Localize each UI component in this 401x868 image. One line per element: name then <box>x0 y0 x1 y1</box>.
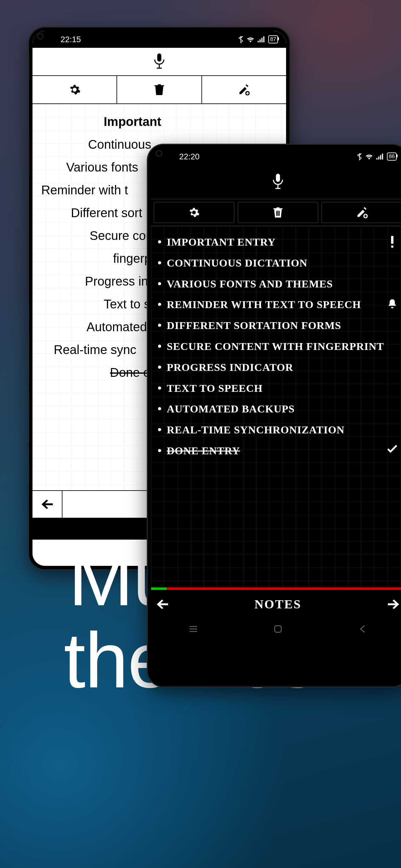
gear-icon <box>188 207 200 218</box>
home-icon[interactable] <box>273 624 283 634</box>
svg-rect-30 <box>275 626 281 632</box>
svg-rect-17 <box>382 153 383 159</box>
progress-done <box>151 587 166 590</box>
list-item-text: Text to speech <box>167 382 399 395</box>
list-item[interactable]: Continuous dictation <box>157 253 400 274</box>
svg-rect-19 <box>276 211 277 216</box>
svg-rect-25 <box>391 236 394 244</box>
svg-rect-14 <box>376 158 377 160</box>
list-item[interactable]: Automated backups <box>157 399 400 420</box>
svg-rect-18 <box>276 174 280 182</box>
gear-icon <box>69 84 80 96</box>
prev-button[interactable] <box>157 599 168 609</box>
list-item-text: Text to s <box>104 297 150 311</box>
camera-hole <box>38 34 42 38</box>
list-item[interactable]: Done entry <box>157 440 400 462</box>
mic-bar[interactable] <box>151 165 401 199</box>
list-item-text: Important entry <box>167 236 380 249</box>
bullet-icon <box>158 407 161 410</box>
bullet-icon <box>158 282 161 285</box>
list-item[interactable]: Important entry <box>157 232 400 253</box>
notes-list-dark[interactable]: Important entryContinuous dictationVario… <box>151 226 401 587</box>
list-item-text: Automated backups <box>167 403 399 415</box>
svg-point-26 <box>391 245 394 248</box>
status-bar: 22:20 86 <box>151 148 401 165</box>
svg-rect-3 <box>263 36 265 42</box>
list-item[interactable]: Text to speech <box>157 378 400 399</box>
trash-icon <box>273 207 283 218</box>
svg-rect-21 <box>279 211 280 216</box>
settings-button[interactable] <box>154 202 235 223</box>
list-item-text: Automated <box>87 320 147 334</box>
svg-rect-4 <box>157 54 162 62</box>
svg-rect-2 <box>261 38 263 42</box>
list-item-text: Real-time sync <box>54 343 136 356</box>
list-item[interactable]: Different sortation forms <box>157 315 400 336</box>
wifi-icon <box>246 36 255 42</box>
recents-icon[interactable] <box>188 624 199 634</box>
mic-bar[interactable] <box>32 48 286 76</box>
bottom-label: Notes <box>168 597 388 612</box>
list-item[interactable]: Real-time synchronization <box>157 420 400 440</box>
trash-icon <box>154 84 165 96</box>
back-icon[interactable] <box>357 624 368 634</box>
wifi-icon <box>365 153 373 160</box>
svg-rect-0 <box>258 41 259 42</box>
svg-rect-24 <box>364 216 367 217</box>
bullet-icon <box>158 366 161 369</box>
bullet-icon <box>158 428 161 431</box>
pen-plus-icon <box>356 206 368 219</box>
bullet-icon <box>158 324 161 327</box>
svg-rect-6 <box>159 88 160 93</box>
list-item[interactable]: Secure content with fingerprint <box>157 336 400 357</box>
list-item-text: Done e <box>110 366 150 379</box>
bluetooth-icon <box>357 153 362 160</box>
list-item-text: Progress indicator <box>167 361 399 374</box>
prev-button[interactable] <box>32 491 63 518</box>
phone-dark-theme: 22:20 86 <box>147 144 401 687</box>
new-note-button[interactable] <box>202 76 286 103</box>
new-note-button[interactable] <box>321 202 401 223</box>
next-button[interactable] <box>388 599 399 609</box>
list-item[interactable]: Progress indicator <box>157 357 400 378</box>
status-bar: 22:15 87 <box>32 31 286 48</box>
microphone-icon <box>153 54 166 70</box>
android-nav-bar <box>151 618 401 640</box>
toolbar <box>151 199 401 226</box>
bullet-icon <box>158 386 161 390</box>
list-item-text: Done entry <box>167 445 380 458</box>
signal-icon <box>258 36 265 42</box>
list-item-text: Important <box>104 115 161 128</box>
arrow-left-icon <box>41 500 53 509</box>
battery-icon: 87 <box>268 35 278 43</box>
delete-button[interactable] <box>238 202 319 223</box>
list-item-text: Secure con <box>90 229 153 243</box>
bottom-bar: Notes <box>151 590 401 618</box>
pen-plus-icon <box>238 84 250 96</box>
list-item-text: Continuous dictation <box>167 257 399 270</box>
list-item-text: Different sort <box>71 206 142 220</box>
svg-rect-5 <box>157 88 158 93</box>
bullet-icon <box>158 449 161 452</box>
delete-button[interactable] <box>117 76 202 103</box>
svg-rect-10 <box>246 93 249 94</box>
list-item[interactable]: Various fonts and themes <box>157 274 400 294</box>
list-item-text: Reminder with text to speech <box>167 299 380 311</box>
list-item[interactable]: Reminder with text to speech <box>157 294 400 315</box>
bullet-icon <box>158 261 161 264</box>
bullet-icon <box>158 240 161 243</box>
bell-icon <box>386 299 399 310</box>
list-item-text: Continuous <box>88 137 151 151</box>
list-item-text: Various fonts and themes <box>167 278 399 290</box>
svg-rect-7 <box>160 88 161 93</box>
svg-rect-15 <box>378 157 379 160</box>
status-time: 22:15 <box>61 35 81 44</box>
list-item-text: Various fonts <box>66 160 138 174</box>
status-time: 22:20 <box>179 152 200 161</box>
battery-icon: 86 <box>387 153 397 161</box>
list-item-text: Progress in <box>85 274 148 288</box>
list-item[interactable]: Important <box>41 110 277 133</box>
svg-rect-20 <box>278 211 278 216</box>
bluetooth-icon <box>238 36 243 43</box>
settings-button[interactable] <box>32 76 117 103</box>
